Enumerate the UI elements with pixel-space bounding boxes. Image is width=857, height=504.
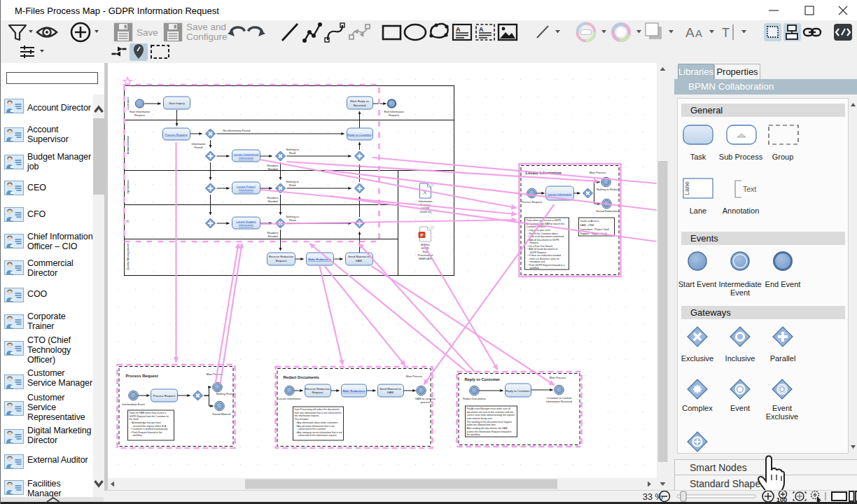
svg-text:Reply to Customer: Reply to Customer xyxy=(347,133,372,136)
svg-text:Operations: Operations xyxy=(125,180,129,194)
svg-text:Request: Request xyxy=(275,259,286,262)
svg-text:Save: Save xyxy=(137,27,158,38)
svg-text:Information: Information xyxy=(239,223,254,227)
svg-text:GDPR Request from the Customer: GDPR Request from the Customer to xyxy=(129,415,168,418)
svg-text:Information Received: Information Received xyxy=(546,400,572,403)
svg-text:• If there are redactions nee: • If there are redactions needed xyxy=(527,254,560,257)
svg-text:KAM : CRM: KAM : CRM xyxy=(580,224,593,227)
svg-text:Request: Request xyxy=(312,391,323,394)
svg-text:GDPR Request: GDPR Request xyxy=(529,251,545,254)
svg-text:Locate Support: Locate Support xyxy=(236,220,256,223)
svg-text:Locate Commercial: Locate Commercial xyxy=(233,153,258,156)
svg-text:received the request within SL: received the request within SLA xyxy=(132,425,166,428)
svg-text:Start Inquiry: Start Inquiry xyxy=(169,102,185,105)
svg-text:Main Process: Main Process xyxy=(206,372,223,376)
svg-text:Locate Project: Locate Project xyxy=(237,185,256,188)
svg-text:• Do a Free Text Search: • Do a Free Text Search xyxy=(527,245,552,248)
svg-text:within the allowed time limit.: within the allowed time limit. xyxy=(466,424,496,426)
svg-text:• Any personal information th: • Any personal information that is not xyxy=(295,425,334,428)
svg-text:Received: Received xyxy=(353,104,365,107)
svg-text:Intermediate Event: Intermediate Event xyxy=(122,402,146,406)
svg-text:• Push GDPR Request forward i: • Push GDPR Request forward in a xyxy=(527,264,564,267)
svg-text:Needed: Needed xyxy=(267,167,277,171)
svg-text:pushes the Information Request: pushes the Information Request forward i… xyxy=(466,430,511,433)
svg-text:Text: Text xyxy=(743,185,756,193)
svg-text:from any information that is n: from any information that is not connect… xyxy=(294,412,341,414)
svg-text:Customer: Customer xyxy=(125,97,129,110)
svg-text:Save and: Save and xyxy=(186,22,226,32)
svg-text:• Push Request forward in the: • Push Request forward in the xyxy=(130,431,162,434)
svg-text:• Any company secret informat: • Any company secret information that is… xyxy=(295,431,342,434)
svg-text:A: A xyxy=(479,26,484,33)
svg-text:Information: Information xyxy=(239,188,254,192)
svg-text:Work Reply as: Work Reply as xyxy=(349,99,368,103)
svg-text:Data Processing will redact th: Data Processing will redact the document… xyxy=(294,408,339,411)
svg-text:Found Material: Found Material xyxy=(212,412,230,416)
svg-text:• Customer is notified automa: • Customer is notified automatically xyxy=(130,428,167,430)
svg-text:A: A xyxy=(695,27,702,39)
svg-text:Redact Documents: Redact Documents xyxy=(283,375,319,379)
svg-text:mark it in Business value on: mark it in Business value on xyxy=(529,258,559,260)
svg-text:Read: Read xyxy=(288,218,295,222)
svg-text:workflow: workflow xyxy=(132,434,142,437)
svg-text:Key Account Manager must make: Key Account Manager must make sure all xyxy=(466,407,510,410)
svg-text:Reply to Customer: Reply to Customer xyxy=(464,377,500,382)
svg-text:Tasks for KAM when they receiv: Tasks for KAM when they receive a xyxy=(129,412,166,414)
svg-text:No Information Found: No Information Found xyxy=(223,129,250,132)
svg-text:Found: Found xyxy=(194,146,202,149)
svg-text:P: P xyxy=(420,233,423,237)
svg-text:The sending of the document mu: The sending of the document must happen xyxy=(466,421,512,424)
svg-text:Nothing Found: Nothing Found xyxy=(216,392,234,396)
svg-text:Information: Information xyxy=(239,156,254,160)
svg-text:Process Request: Process Request xyxy=(165,133,188,136)
svg-text:Main Process: Main Process xyxy=(549,376,566,379)
svg-text:Request: Request xyxy=(529,241,538,244)
svg-text:workflow: workflow xyxy=(529,267,539,270)
svg-text:After sending the documents, t: After sending the documents, the KAM xyxy=(466,427,507,430)
svg-text:T: T xyxy=(722,26,730,40)
svg-text:Configure: Configure xyxy=(186,31,228,42)
svg-text:metadata card: metadata card xyxy=(529,260,545,263)
svg-text:the information request.: the information request. xyxy=(294,414,319,417)
svg-text:A: A xyxy=(685,25,695,40)
svg-text:Consultant : Project Vault: Consultant : Project Vault xyxy=(580,228,608,231)
svg-text:Read: Read xyxy=(288,183,295,187)
svg-text:the Vault:: the Vault: xyxy=(129,418,139,421)
svg-text:• Add all Documents to GDPR: • Add all Documents to GDPR xyxy=(527,239,559,241)
svg-text:Needed: Needed xyxy=(267,200,277,203)
svg-text:KAM: KAM xyxy=(355,259,362,262)
svg-text:Request: Request xyxy=(134,113,146,117)
svg-text:• Look at all documents conne: • Look at all documents connected xyxy=(527,235,564,238)
svg-text:process: process xyxy=(420,400,430,404)
svg-text:Send Material to: Send Material to xyxy=(379,387,401,391)
svg-text:Nothing to Redact: Nothing to Redact xyxy=(596,188,618,191)
svg-text:Send Material to: Send Material to xyxy=(348,255,370,258)
svg-text:Process Request: Process Request xyxy=(125,374,158,378)
svg-text:This includes:: This includes: xyxy=(294,418,309,421)
svg-text:Receive Redaction: Receive Redaction xyxy=(268,255,293,258)
svg-text:• Add all found documents to: • Add all found documents to xyxy=(527,248,557,251)
svg-text:correct cover letter demonstr: correct cover letter demonstrating the r… xyxy=(466,414,514,416)
svg-text:• Any information about other: • Any information about other customers xyxy=(295,421,337,424)
svg-text:connected to the information r: connected to the information request xyxy=(298,434,336,437)
svg-text:the workflow.: the workflow. xyxy=(466,433,480,436)
svg-text:Main Process: Main Process xyxy=(589,171,606,174)
svg-text:A: A xyxy=(456,26,461,33)
svg-text:Reply to Customer: Reply to Customer xyxy=(506,389,530,393)
svg-text:Needed: Needed xyxy=(267,234,277,238)
svg-text:Administration: Administration xyxy=(125,135,129,154)
svg-text:Process Request: Process Request xyxy=(521,200,543,204)
svg-text:IT: IT xyxy=(125,220,129,223)
svg-text:Redact Documents: Redact Documents xyxy=(462,397,485,400)
svg-text:KAM: KAM xyxy=(386,391,393,394)
svg-text:Vaults to Access:: Vaults to Access: xyxy=(580,220,599,223)
svg-text:Lane: Lane xyxy=(683,181,690,195)
svg-text:Main Process: Main Process xyxy=(405,374,422,378)
svg-text:Make Redactions: Make Redactions xyxy=(342,389,365,393)
svg-text:Read: Read xyxy=(288,151,295,155)
svg-text:and contents being sent.: and contents being sent. xyxy=(466,417,492,420)
svg-text:Locate Information: Locate Information xyxy=(278,397,300,400)
svg-text:Locate Information: Locate Information xyxy=(548,192,572,196)
svg-text:Receive Redaction: Receive Redaction xyxy=(305,387,330,391)
svg-text:connected to the customer: connected to the customer xyxy=(298,428,326,430)
